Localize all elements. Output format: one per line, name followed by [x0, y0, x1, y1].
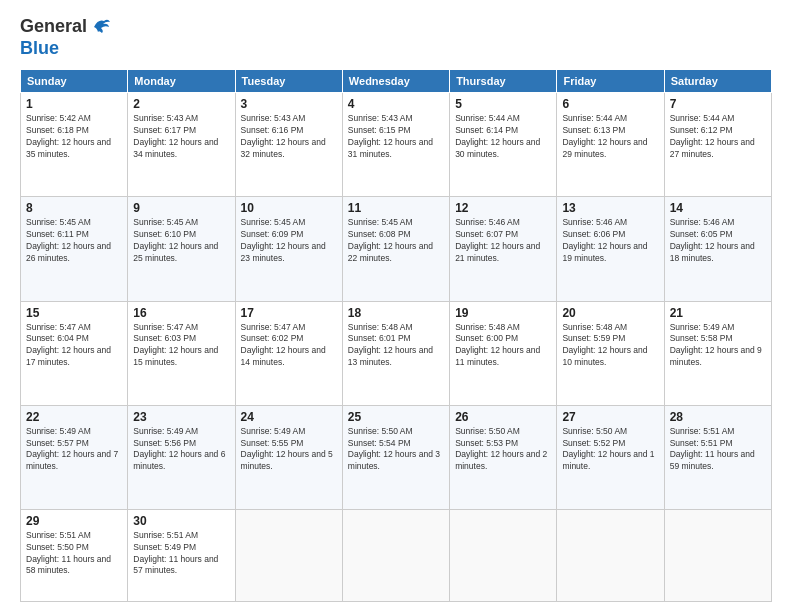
daylight-label: Daylight: 12 hours and 31 minutes.	[348, 137, 433, 159]
day-info: Sunrise: 5:45 AM Sunset: 6:08 PM Dayligh…	[348, 217, 444, 265]
day-number: 19	[455, 306, 551, 320]
daylight-label: Daylight: 12 hours and 18 minutes.	[670, 241, 755, 263]
table-row: 28 Sunrise: 5:51 AM Sunset: 5:51 PM Dayl…	[664, 405, 771, 509]
table-row	[664, 509, 771, 601]
daylight-label: Daylight: 12 hours and 15 minutes.	[133, 345, 218, 367]
day-number: 16	[133, 306, 229, 320]
logo: General Blue	[20, 16, 112, 59]
table-row: 16 Sunrise: 5:47 AM Sunset: 6:03 PM Dayl…	[128, 301, 235, 405]
day-number: 4	[348, 97, 444, 111]
sunrise-label: Sunrise: 5:49 AM	[133, 426, 198, 436]
col-friday: Friday	[557, 70, 664, 93]
daylight-label: Daylight: 12 hours and 17 minutes.	[26, 345, 111, 367]
table-row: 13 Sunrise: 5:46 AM Sunset: 6:06 PM Dayl…	[557, 197, 664, 301]
table-row: 9 Sunrise: 5:45 AM Sunset: 6:10 PM Dayli…	[128, 197, 235, 301]
sunset-label: Sunset: 6:17 PM	[133, 125, 196, 135]
sunset-label: Sunset: 6:16 PM	[241, 125, 304, 135]
table-row: 1 Sunrise: 5:42 AM Sunset: 6:18 PM Dayli…	[21, 93, 128, 197]
day-info: Sunrise: 5:50 AM Sunset: 5:52 PM Dayligh…	[562, 426, 658, 474]
table-row: 7 Sunrise: 5:44 AM Sunset: 6:12 PM Dayli…	[664, 93, 771, 197]
day-info: Sunrise: 5:46 AM Sunset: 6:06 PM Dayligh…	[562, 217, 658, 265]
calendar-header-row: Sunday Monday Tuesday Wednesday Thursday…	[21, 70, 772, 93]
sunrise-label: Sunrise: 5:48 AM	[348, 322, 413, 332]
table-row: 27 Sunrise: 5:50 AM Sunset: 5:52 PM Dayl…	[557, 405, 664, 509]
day-number: 17	[241, 306, 337, 320]
table-row: 8 Sunrise: 5:45 AM Sunset: 6:11 PM Dayli…	[21, 197, 128, 301]
sunset-label: Sunset: 6:06 PM	[562, 229, 625, 239]
sunrise-label: Sunrise: 5:50 AM	[562, 426, 627, 436]
table-row: 22 Sunrise: 5:49 AM Sunset: 5:57 PM Dayl…	[21, 405, 128, 509]
col-sunday: Sunday	[21, 70, 128, 93]
sunset-label: Sunset: 5:50 PM	[26, 542, 89, 552]
sunrise-label: Sunrise: 5:44 AM	[670, 113, 735, 123]
table-row	[450, 509, 557, 601]
day-info: Sunrise: 5:48 AM Sunset: 6:00 PM Dayligh…	[455, 322, 551, 370]
day-number: 20	[562, 306, 658, 320]
sunrise-label: Sunrise: 5:45 AM	[241, 217, 306, 227]
sunset-label: Sunset: 5:53 PM	[455, 438, 518, 448]
sunset-label: Sunset: 6:12 PM	[670, 125, 733, 135]
sunrise-label: Sunrise: 5:45 AM	[26, 217, 91, 227]
daylight-label: Daylight: 12 hours and 2 minutes.	[455, 449, 547, 471]
sunrise-label: Sunrise: 5:46 AM	[670, 217, 735, 227]
day-number: 3	[241, 97, 337, 111]
table-row: 30 Sunrise: 5:51 AM Sunset: 5:49 PM Dayl…	[128, 509, 235, 601]
daylight-label: Daylight: 12 hours and 22 minutes.	[348, 241, 433, 263]
calendar-week-row: 1 Sunrise: 5:42 AM Sunset: 6:18 PM Dayli…	[21, 93, 772, 197]
table-row: 6 Sunrise: 5:44 AM Sunset: 6:13 PM Dayli…	[557, 93, 664, 197]
sunrise-label: Sunrise: 5:49 AM	[26, 426, 91, 436]
daylight-label: Daylight: 12 hours and 9 minutes.	[670, 345, 762, 367]
sunrise-label: Sunrise: 5:45 AM	[348, 217, 413, 227]
table-row: 11 Sunrise: 5:45 AM Sunset: 6:08 PM Dayl…	[342, 197, 449, 301]
day-info: Sunrise: 5:43 AM Sunset: 6:15 PM Dayligh…	[348, 113, 444, 161]
daylight-label: Daylight: 12 hours and 19 minutes.	[562, 241, 647, 263]
day-info: Sunrise: 5:44 AM Sunset: 6:14 PM Dayligh…	[455, 113, 551, 161]
day-info: Sunrise: 5:47 AM Sunset: 6:02 PM Dayligh…	[241, 322, 337, 370]
day-number: 25	[348, 410, 444, 424]
day-number: 15	[26, 306, 122, 320]
day-info: Sunrise: 5:51 AM Sunset: 5:49 PM Dayligh…	[133, 530, 229, 578]
day-number: 18	[348, 306, 444, 320]
day-number: 30	[133, 514, 229, 528]
sunset-label: Sunset: 6:11 PM	[26, 229, 89, 239]
sunset-label: Sunset: 6:09 PM	[241, 229, 304, 239]
table-row: 4 Sunrise: 5:43 AM Sunset: 6:15 PM Dayli…	[342, 93, 449, 197]
day-number: 28	[670, 410, 766, 424]
daylight-label: Daylight: 12 hours and 10 minutes.	[562, 345, 647, 367]
sunrise-label: Sunrise: 5:51 AM	[133, 530, 198, 540]
table-row: 5 Sunrise: 5:44 AM Sunset: 6:14 PM Dayli…	[450, 93, 557, 197]
sunrise-label: Sunrise: 5:47 AM	[241, 322, 306, 332]
daylight-label: Daylight: 11 hours and 57 minutes.	[133, 554, 218, 576]
daylight-label: Daylight: 12 hours and 26 minutes.	[26, 241, 111, 263]
day-number: 13	[562, 201, 658, 215]
sunset-label: Sunset: 5:58 PM	[670, 333, 733, 343]
day-info: Sunrise: 5:45 AM Sunset: 6:11 PM Dayligh…	[26, 217, 122, 265]
day-info: Sunrise: 5:50 AM Sunset: 5:53 PM Dayligh…	[455, 426, 551, 474]
day-info: Sunrise: 5:49 AM Sunset: 5:58 PM Dayligh…	[670, 322, 766, 370]
day-info: Sunrise: 5:43 AM Sunset: 6:17 PM Dayligh…	[133, 113, 229, 161]
day-number: 27	[562, 410, 658, 424]
daylight-label: Daylight: 12 hours and 3 minutes.	[348, 449, 440, 471]
sunset-label: Sunset: 6:13 PM	[562, 125, 625, 135]
sunrise-label: Sunrise: 5:45 AM	[133, 217, 198, 227]
sunrise-label: Sunrise: 5:46 AM	[562, 217, 627, 227]
daylight-label: Daylight: 11 hours and 59 minutes.	[670, 449, 755, 471]
table-row: 12 Sunrise: 5:46 AM Sunset: 6:07 PM Dayl…	[450, 197, 557, 301]
table-row: 26 Sunrise: 5:50 AM Sunset: 5:53 PM Dayl…	[450, 405, 557, 509]
day-info: Sunrise: 5:48 AM Sunset: 5:59 PM Dayligh…	[562, 322, 658, 370]
sunset-label: Sunset: 6:00 PM	[455, 333, 518, 343]
daylight-label: Daylight: 12 hours and 21 minutes.	[455, 241, 540, 263]
sunrise-label: Sunrise: 5:48 AM	[455, 322, 520, 332]
daylight-label: Daylight: 12 hours and 6 minutes.	[133, 449, 225, 471]
sunrise-label: Sunrise: 5:43 AM	[241, 113, 306, 123]
sunset-label: Sunset: 5:56 PM	[133, 438, 196, 448]
day-number: 5	[455, 97, 551, 111]
day-number: 8	[26, 201, 122, 215]
daylight-label: Daylight: 12 hours and 29 minutes.	[562, 137, 647, 159]
calendar-week-row: 22 Sunrise: 5:49 AM Sunset: 5:57 PM Dayl…	[21, 405, 772, 509]
day-info: Sunrise: 5:45 AM Sunset: 6:10 PM Dayligh…	[133, 217, 229, 265]
table-row: 24 Sunrise: 5:49 AM Sunset: 5:55 PM Dayl…	[235, 405, 342, 509]
sunset-label: Sunset: 6:14 PM	[455, 125, 518, 135]
daylight-label: Daylight: 12 hours and 32 minutes.	[241, 137, 326, 159]
day-number: 24	[241, 410, 337, 424]
